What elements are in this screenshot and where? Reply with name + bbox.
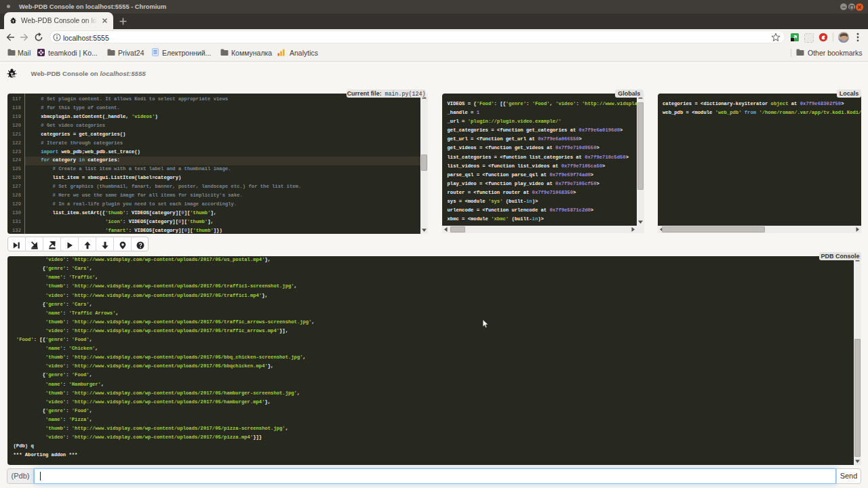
svg-text:db: db xyxy=(13,75,16,78)
